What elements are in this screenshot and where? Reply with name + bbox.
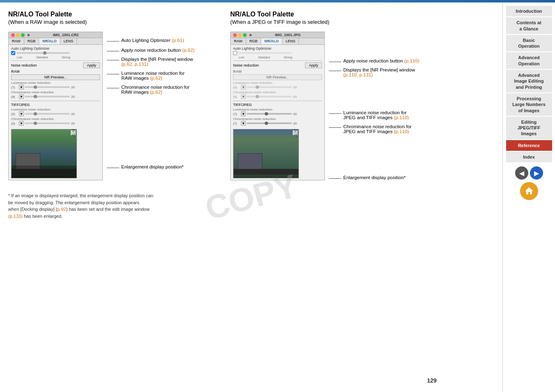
tiff-lum-spin-right[interactable]: ▼	[241, 111, 246, 116]
ann-dash-r4	[329, 127, 341, 128]
tiff-chrom-track-right[interactable]	[247, 122, 292, 124]
tiff-chrom-min-right: (7)	[233, 122, 240, 125]
close-btn-right[interactable]	[233, 33, 237, 37]
noise-label-right: Noise reduction	[233, 63, 305, 67]
tab-nralo-right[interactable]: NR/ALO	[261, 38, 282, 44]
ann-text-3: Displays the [NR Preview] window(p.62, p…	[121, 57, 193, 67]
tiff-section-left: TIFF/JPEG Luminance noise reduction (0) …	[11, 103, 100, 126]
apply-btn-left[interactable]: Apply	[83, 62, 100, 68]
chrom-label-right: Chrominance noise reduction	[233, 90, 322, 94]
ann-enlargement-left: Enlargement display position*	[107, 164, 222, 169]
ann-link-5[interactable]: (p.62)	[150, 90, 162, 95]
tiff-section-right: TIFF/JPEG Luminance noise reduction (7) …	[233, 103, 322, 126]
tab-raw-right[interactable]: RAW	[231, 38, 246, 44]
noise-label-left: Noise reduction	[11, 63, 83, 67]
chrom-min-right: (0)	[233, 95, 240, 99]
sidebar-reference[interactable]: Reference	[506, 140, 552, 151]
apply-btn-right[interactable]: Apply	[305, 62, 322, 68]
ann-link-r2[interactable]: (p.110, p.131)	[343, 72, 373, 77]
ann-dash-3	[107, 60, 119, 60]
ann-dash-r1	[329, 62, 341, 62]
lum-spin-down-right[interactable]: ▼	[241, 85, 246, 90]
tab-rgb-right[interactable]: RGB	[246, 38, 261, 44]
maximize-btn-right[interactable]	[243, 33, 247, 37]
tiff-lum-slider-left: (0) ▼ 20	[11, 111, 100, 116]
minimize-btn-left[interactable]	[16, 33, 20, 37]
ann-text-r2: Displays the [NR Preview] window(p.110, …	[343, 67, 415, 77]
ann-chrom-raw: Chrominance noise reduction forRAW image…	[107, 85, 222, 95]
tab-raw-left[interactable]: RAW	[9, 38, 24, 44]
chrom-min-left: (8)	[11, 95, 18, 99]
ann-dash-5	[107, 88, 119, 88]
lum-spin-down-left[interactable]: ▼	[19, 85, 24, 90]
ann-link-4[interactable]: (p.62)	[150, 76, 162, 81]
nav-next-btn[interactable]: ▶	[530, 166, 543, 180]
tab-lens-left[interactable]: LENS	[60, 38, 77, 44]
ann-nr-preview-right: Displays the [NR Preview] window(p.110, …	[329, 67, 452, 77]
chrom-max-left: 20	[71, 95, 78, 99]
sidebar-introduction[interactable]: Introduction	[506, 6, 552, 16]
footnote-link-p92[interactable]: p.92	[57, 207, 66, 212]
sidebar-processing[interactable]: ProcessingLarge Numbersof Images	[506, 93, 552, 116]
sidebar-advanced-image[interactable]: AdvancedImage Editingand Printing	[506, 70, 552, 92]
sidebar-editing-jpeg[interactable]: EditingJPEG/TIFFImages	[506, 117, 552, 139]
nr-preview-btn-right[interactable]: NR Preview...	[233, 74, 322, 80]
ann-link-3[interactable]: (p.62, p.131)	[121, 62, 148, 67]
chrom-label-left: Chrominance noise reduction	[11, 90, 100, 94]
nav-prev-btn[interactable]: ◀	[515, 166, 528, 180]
ann-link-r3[interactable]: (p.110)	[394, 115, 409, 120]
maximize-btn-left[interactable]	[21, 33, 25, 37]
auto-lighting-checkbox-row	[11, 51, 100, 55]
ann-text-r4: Chrominance noise reduction forJPEG and …	[343, 124, 412, 134]
home-icon	[524, 186, 534, 196]
tiff-chrom-spin-left[interactable]: ▼	[19, 121, 24, 126]
chrom-slider-container-left: ▼	[19, 94, 70, 99]
footnote-link-p133[interactable]: (p.133)	[8, 214, 23, 219]
ann-link-1[interactable]: (p.61)	[172, 38, 184, 43]
lum-track-left[interactable]	[25, 86, 70, 88]
auto-lighting-checkbox-left[interactable]	[11, 51, 15, 55]
sidebar-contents[interactable]: Contents ata Glance	[506, 17, 552, 34]
left-thumbnail-container: ▽◁	[11, 129, 100, 178]
lum-slider-raw-right: (0) ▼ 20	[233, 85, 322, 90]
tab-rgb-left[interactable]: RGB	[24, 38, 39, 44]
close-btn-left[interactable]	[11, 33, 15, 37]
ann-text-enl-left: Enlargement display position*	[121, 164, 184, 169]
tiff-chrom-spin-right[interactable]: ▼	[241, 121, 246, 126]
tiff-lum-track-right[interactable]	[247, 113, 292, 115]
chrom-spin-down-right[interactable]: ▼	[241, 94, 246, 99]
ann-dash-4	[107, 74, 119, 74]
auto-lighting-checkbox-right[interactable]	[233, 51, 237, 55]
nr-preview-btn-left[interactable]: NR Preview...	[11, 74, 100, 80]
left-annotations: Auto Lighting Optimizer (p.61) Apply noi…	[107, 32, 222, 173]
lum-track-right[interactable]	[247, 86, 292, 88]
chrom-spin-down-left[interactable]: ▼	[19, 94, 24, 99]
tiff-lum-track-left[interactable]	[25, 113, 70, 115]
tab-lens-right[interactable]: LENS	[282, 38, 299, 44]
auto-lighting-slider-left[interactable]	[16, 52, 70, 54]
ann-auto-lighting: Auto Lighting Optimizer (p.61)	[107, 38, 222, 43]
ann-text-5: Chrominance noise reduction forRAW image…	[121, 85, 190, 95]
sidebar-advanced-operation[interactable]: AdvancedOperation	[506, 52, 552, 69]
ann-link-r1[interactable]: (p.110)	[404, 58, 419, 63]
chrom-track-left[interactable]	[25, 96, 70, 97]
minimize-btn-right[interactable]	[238, 33, 242, 37]
raw-section-right: RAW NR Preview... Luminance noise reduct…	[233, 69, 322, 99]
right-annotations: Apply noise reduction button (p.110) Dis…	[329, 32, 452, 184]
ann-link-r4[interactable]: (p.110)	[394, 129, 409, 134]
tiff-lum-label-right: Luminance noise reduction	[233, 108, 322, 111]
sidebar-basic-operation[interactable]: BasicOperation	[506, 35, 552, 52]
sidebar-index[interactable]: Index	[506, 152, 552, 162]
tiff-chrom-max-left: 20	[71, 122, 78, 125]
tiff-lum-spin-left[interactable]: ▼	[19, 111, 24, 116]
tiff-chrom-track-left[interactable]	[25, 122, 70, 124]
train-track-left	[12, 169, 76, 175]
left-palette-tabs: RAW RGB NR/ALO LENS	[9, 38, 102, 45]
tab-nralo-left[interactable]: NR/ALO	[39, 38, 60, 44]
chrom-max-right: 20	[293, 95, 300, 99]
chrom-track-right[interactable]	[247, 96, 292, 97]
ann-link-2[interactable]: (p.62)	[182, 48, 194, 53]
tiff-chrom-label-left: Chrominance noise reduction	[11, 117, 100, 121]
left-window-icon: ⊕	[27, 33, 30, 37]
nav-home-btn[interactable]	[520, 182, 538, 200]
